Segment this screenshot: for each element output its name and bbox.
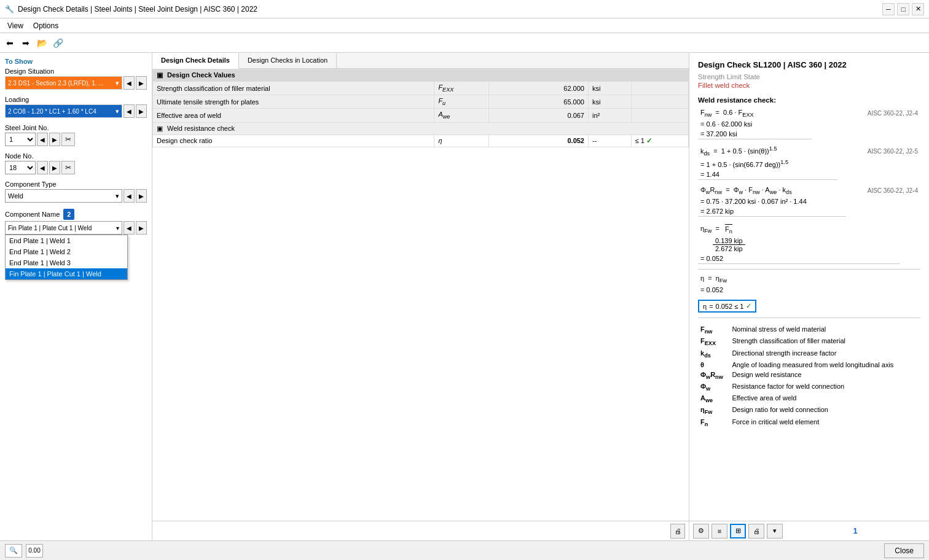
titlebar: 🔧 Design Check Details | Steel Joints | … bbox=[0, 0, 929, 18]
check-type-link[interactable]: Fillet weld check bbox=[698, 82, 920, 89]
tree-toggle-icon[interactable]: ▣ bbox=[157, 71, 163, 79]
menu-view[interactable]: View bbox=[2, 20, 28, 31]
component-type-dropdown[interactable]: Weld ▾ bbox=[5, 189, 122, 203]
close-window-button[interactable]: ✕ bbox=[912, 3, 924, 15]
legend-sym-5: ΦwRnw bbox=[698, 370, 729, 381]
component-name-badge: 2 bbox=[63, 209, 74, 220]
component-name-group: Component Name 2 Fin Plate 1 | Plate Cut… bbox=[5, 209, 147, 235]
toolbar-open-button[interactable]: 📂 bbox=[34, 36, 49, 50]
comp-option-3[interactable]: End Plate 1 | Weld 3 bbox=[6, 257, 127, 268]
component-name-dropdown[interactable]: Fin Plate 1 | Plate Cut 1 | Weld ▾ bbox=[5, 221, 122, 235]
tab-design-check-details[interactable]: Design Check Details bbox=[152, 53, 239, 69]
toolbar-forward-button[interactable]: ➡ bbox=[18, 36, 33, 50]
eta-fw-label: ηFw = Fn bbox=[698, 222, 900, 236]
node-no-group: Node No. 18 ◀ ▶ ✂ bbox=[5, 152, 147, 174]
table-row: Strength classification of filler materi… bbox=[153, 82, 689, 95]
result-check-icon: ✓ bbox=[746, 302, 751, 310]
formula-row: ΦwRnw = Φw · Fnw · Awe · kds AISC 360-22… bbox=[698, 185, 920, 196]
comp-option-4[interactable]: Fin Plate 1 | Plate Cut 1 | Weld bbox=[6, 268, 127, 279]
to-show-label: To Show bbox=[5, 58, 147, 65]
component-name-prev-button[interactable]: ◀ bbox=[123, 221, 135, 235]
component-type-next-button[interactable]: ▶ bbox=[136, 189, 147, 203]
design-situation-next-button[interactable]: ▶ bbox=[136, 76, 147, 90]
result-eq-label: = bbox=[709, 303, 713, 310]
legend-row: kds Directional strength increase factor bbox=[698, 348, 920, 360]
legend-row: θ Angle of loading measured from weld lo… bbox=[698, 360, 920, 370]
center-bottom-bar: 🖨 bbox=[152, 521, 689, 540]
steel-joint-no-select[interactable]: 1 bbox=[5, 133, 36, 146]
dropdown-arrow-icon: ▾ bbox=[116, 79, 119, 87]
fnw-ref-1: AISC 360-22, J2-4 bbox=[812, 107, 920, 119]
table-row: Effective area of weld Awe 0.067 in² bbox=[153, 109, 689, 122]
component-type-prev-button[interactable]: ◀ bbox=[123, 189, 135, 203]
row-unit-3: in² bbox=[588, 109, 631, 122]
row-label-3: Effective area of weld bbox=[153, 109, 434, 122]
toolbar-back-button[interactable]: ⬅ bbox=[2, 36, 17, 50]
row-value-1: 62.000 bbox=[488, 82, 588, 95]
center-print-button[interactable]: 🖨 bbox=[670, 524, 685, 539]
legend-desc-3: Directional strength increase factor bbox=[729, 348, 920, 360]
legend-sym-8: ηFw bbox=[698, 405, 729, 416]
comp-option-2[interactable]: End Plate 1 | Weld 2 bbox=[6, 246, 127, 257]
result-eta-label: η bbox=[703, 303, 707, 310]
formula-row: = 1.44 bbox=[698, 169, 920, 180]
formula-row: 0.139 kip 2.672 kip bbox=[698, 236, 920, 254]
right-list-button[interactable]: ≡ bbox=[711, 524, 727, 539]
right-bottom-bar: ⚙ ≡ ⊞ 🖨 ▾ 1 bbox=[689, 521, 929, 540]
steel-joint-prev-button[interactable]: ◀ bbox=[37, 133, 48, 146]
legend-sym-6: Φw bbox=[698, 381, 729, 393]
node-no-label: Node No. bbox=[5, 152, 147, 160]
right-settings-button[interactable]: ⚙ bbox=[693, 524, 709, 539]
weld-tree-toggle-icon[interactable]: ▣ bbox=[157, 125, 163, 132]
loading-dropdown[interactable]: 2 CO8 - 1.20 * LC1 + 1.60 * LC4 ▾ bbox=[5, 104, 122, 118]
right-print-dropdown-button[interactable]: ▾ bbox=[767, 524, 783, 539]
statusbar-left: 🔍 0.00 bbox=[5, 544, 43, 558]
center-panel: Design Check Details Design Checks in Lo… bbox=[152, 53, 689, 540]
row-value-2: 65.000 bbox=[488, 95, 588, 109]
result-box: η = 0.052 ≤ 1 ✓ bbox=[698, 300, 756, 313]
formula-row: = 0.6 · 62.000 ksi bbox=[698, 119, 920, 129]
node-tool-button[interactable]: ✂ bbox=[61, 161, 75, 174]
legend-row: ηFw Design ratio for weld connection bbox=[698, 405, 920, 416]
loading-next-button[interactable]: ▶ bbox=[136, 104, 147, 118]
right-print-button[interactable]: 🖨 bbox=[748, 524, 764, 539]
steel-joint-no-label: Steel Joint No. bbox=[5, 124, 147, 131]
limit-state-label: Strength Limit State bbox=[698, 73, 920, 80]
search-button[interactable]: 🔍 bbox=[5, 544, 22, 558]
design-situation-dropdown[interactable]: 2.3 DS1 - Section 2.3 (LRFD), 1. ... ▾ bbox=[5, 76, 122, 90]
steel-joint-tool-button[interactable]: ✂ bbox=[61, 133, 75, 146]
close-button[interactable]: Close bbox=[884, 543, 924, 558]
loading-prev-button[interactable]: ◀ bbox=[123, 104, 135, 118]
row-symbol-2: Fu bbox=[434, 95, 488, 109]
legend-sym-9: Fn bbox=[698, 417, 729, 429]
check-table: ▣ Design Check Values Strength classific… bbox=[152, 69, 689, 147]
right-layout-button[interactable]: ⊞ bbox=[730, 524, 746, 539]
kds-formula-label: kds = 1 + 0.5 · (sin(θ))1.5 bbox=[698, 144, 837, 158]
legend-sym-2: FEXX bbox=[698, 336, 729, 348]
divider-line bbox=[698, 269, 920, 270]
maximize-button[interactable]: □ bbox=[897, 3, 909, 15]
minimize-button[interactable]: ─ bbox=[882, 3, 895, 15]
node-no-select[interactable]: 18 bbox=[5, 161, 36, 174]
calculator-button[interactable]: 0.00 bbox=[26, 544, 43, 558]
phi-ref: AISC 360-22, J2-4 bbox=[846, 185, 920, 196]
design-situation-prev-button[interactable]: ◀ bbox=[123, 76, 135, 90]
comp-option-1[interactable]: End Plate 1 | Weld 1 bbox=[6, 235, 127, 246]
component-name-next-button[interactable]: ▶ bbox=[136, 221, 147, 235]
node-next-button[interactable]: ▶ bbox=[49, 161, 60, 174]
kds-ref: AISC 360-22, J2-5 bbox=[837, 144, 920, 158]
tab-design-checks-location[interactable]: Design Checks in Location bbox=[239, 53, 337, 68]
menu-options[interactable]: Options bbox=[28, 20, 63, 31]
result-box-container: η = 0.052 ≤ 1 ✓ bbox=[698, 300, 920, 313]
titlebar-icon: 🔧 bbox=[5, 5, 14, 14]
tab-bar: Design Check Details Design Checks in Lo… bbox=[152, 53, 689, 69]
legend-sym-4: θ bbox=[698, 360, 729, 370]
design-situation-group: Design Situation 2.3 DS1 - Section 2.3 (… bbox=[5, 68, 147, 90]
row-value-3: 0.067 bbox=[488, 109, 588, 122]
toolbar-link-button[interactable]: 🔗 bbox=[50, 36, 65, 50]
legend-row: Fnw Nominal stress of weld material bbox=[698, 324, 920, 336]
result-value-label: 0.052 ≤ 1 bbox=[716, 303, 744, 310]
steel-joint-next-button[interactable]: ▶ bbox=[49, 133, 60, 146]
steel-joint-no-group: Steel Joint No. 1 ◀ ▶ ✂ bbox=[5, 124, 147, 146]
node-prev-button[interactable]: ◀ bbox=[37, 161, 48, 174]
